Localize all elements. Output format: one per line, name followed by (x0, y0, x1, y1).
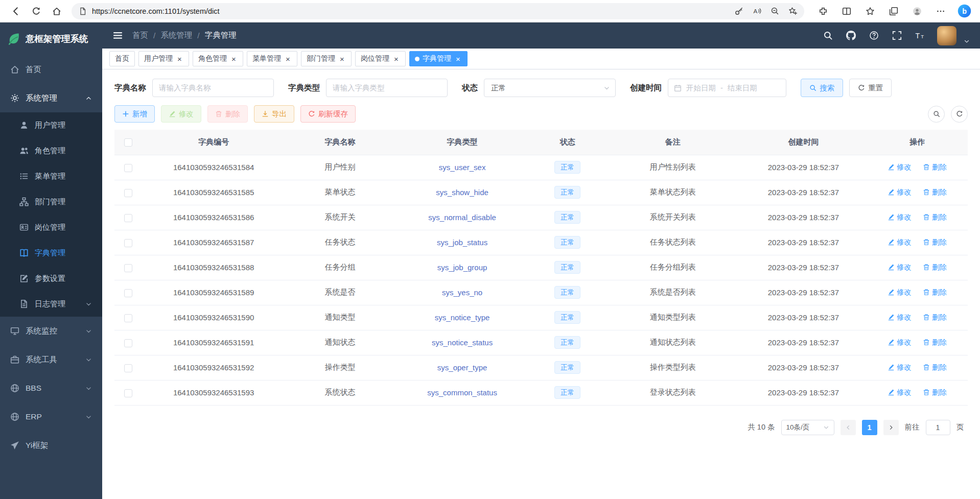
fullscreen-icon[interactable] (892, 31, 902, 40)
close-icon[interactable]: × (392, 55, 400, 63)
delete-row-link[interactable]: 删除 (923, 187, 947, 197)
github-icon[interactable] (846, 31, 856, 40)
tab-menu-mgmt[interactable]: 菜单管理× (247, 51, 297, 66)
dict-name-input[interactable] (152, 79, 274, 97)
tab-dict-mgmt[interactable]: 字典管理× (409, 51, 468, 66)
refresh-button[interactable] (27, 2, 46, 20)
status-select[interactable]: 正常 (484, 79, 616, 97)
delete-row-link[interactable]: 删除 (923, 288, 947, 297)
edit-row-link[interactable]: 修改 (888, 162, 912, 172)
date-range-picker[interactable]: 开始日期 - 结束日期 (668, 79, 786, 97)
tab-post-mgmt[interactable]: 岗位管理× (355, 51, 406, 66)
breadcrumb-item-0[interactable]: 首页 (132, 30, 148, 41)
delete-row-link[interactable]: 删除 (923, 263, 947, 272)
row-checkbox[interactable] (124, 189, 132, 197)
delete-row-link[interactable]: 删除 (923, 237, 947, 247)
font-size-icon[interactable]: TT (915, 31, 925, 40)
sidebar-item-bbs[interactable]: BBS (0, 374, 102, 402)
sidebar-item-role-mgmt[interactable]: 角色管理 (0, 138, 102, 163)
sidebar-item-dept-mgmt[interactable]: 部门管理 (0, 189, 102, 215)
edit-row-link[interactable]: 修改 (888, 212, 912, 222)
delete-button[interactable]: 删除 (207, 105, 248, 123)
edit-row-link[interactable]: 修改 (888, 313, 912, 322)
back-button[interactable] (6, 2, 26, 20)
delete-row-link[interactable]: 删除 (923, 162, 947, 172)
row-checkbox[interactable] (124, 239, 132, 247)
read-aloud-icon[interactable]: A (753, 7, 761, 15)
next-page-button[interactable] (883, 420, 899, 435)
row-checkbox[interactable] (124, 339, 132, 347)
favorites-bar-button[interactable] (860, 2, 880, 20)
toggle-search-button[interactable] (928, 106, 945, 123)
edit-row-link[interactable]: 修改 (888, 338, 912, 347)
dict-type-link[interactable]: sys_notice_type (435, 313, 490, 322)
close-icon[interactable]: × (230, 55, 238, 63)
sidebar-item-param-settings[interactable]: 参数设置 (0, 266, 102, 291)
edit-row-link[interactable]: 修改 (888, 237, 912, 247)
user-avatar[interactable] (937, 26, 956, 45)
extensions-button[interactable] (813, 2, 833, 20)
tab-user-mgmt[interactable]: 用户管理× (138, 51, 189, 66)
dict-type-link[interactable]: sys_job_status (437, 238, 487, 247)
dict-type-link[interactable]: sys_job_group (437, 263, 487, 272)
edit-row-link[interactable]: 修改 (888, 363, 912, 372)
dict-type-link[interactable]: sys_oper_type (437, 363, 487, 372)
sidebar-item-system-tools[interactable]: 系统工具 (0, 345, 102, 374)
edit-row-link[interactable]: 修改 (888, 263, 912, 272)
reset-button[interactable]: 重置 (849, 79, 892, 97)
delete-row-link[interactable]: 删除 (923, 338, 947, 347)
close-icon[interactable]: × (454, 55, 462, 63)
tab-role-mgmt[interactable]: 角色管理× (193, 51, 243, 66)
bing-button[interactable]: b (954, 2, 974, 20)
row-checkbox[interactable] (124, 264, 132, 272)
search-icon[interactable] (823, 31, 833, 40)
sidebar-item-menu-mgmt[interactable]: 菜单管理 (0, 163, 102, 189)
key-icon[interactable] (735, 7, 743, 15)
more-button[interactable] (931, 2, 950, 20)
edit-row-link[interactable]: 修改 (888, 388, 912, 397)
dict-type-link[interactable]: sys_yes_no (442, 288, 482, 297)
sidebar-item-yi-framework[interactable]: Yi框架 (0, 431, 102, 460)
site-info-icon[interactable] (79, 7, 87, 15)
breadcrumb-item-1[interactable]: 系统管理 (160, 30, 192, 41)
sidebar-item-log-mgmt[interactable]: 日志管理 (0, 291, 102, 317)
select-all-checkbox[interactable] (124, 138, 132, 147)
row-checkbox[interactable] (124, 364, 132, 372)
close-icon[interactable]: × (284, 55, 292, 63)
favorite-add-icon[interactable] (788, 7, 797, 15)
delete-row-link[interactable]: 删除 (923, 388, 947, 397)
sidebar-item-post-mgmt[interactable]: 岗位管理 (0, 215, 102, 240)
sidebar-item-home[interactable]: 首页 (0, 55, 102, 84)
row-checkbox[interactable] (124, 289, 132, 297)
profile-button[interactable] (907, 2, 927, 20)
current-page[interactable]: 1 (862, 420, 877, 435)
sidebar-item-user-mgmt[interactable]: 用户管理 (0, 112, 102, 138)
row-checkbox[interactable] (124, 214, 132, 222)
prev-page-button[interactable] (841, 420, 856, 435)
sidebar-item-dict-mgmt[interactable]: 字典管理 (0, 240, 102, 266)
dict-type-link[interactable]: sys_common_status (427, 388, 497, 397)
row-checkbox[interactable] (124, 314, 132, 322)
address-bar[interactable]: https://ccnetcore.com:1101/system/dict A (72, 3, 804, 19)
home-button[interactable] (47, 2, 66, 20)
edit-button[interactable]: 修改 (161, 105, 201, 123)
sidebar-item-system-monitor[interactable]: 系统监控 (0, 317, 102, 345)
collections-button[interactable] (884, 2, 903, 20)
delete-row-link[interactable]: 删除 (923, 313, 947, 322)
hamburger-icon[interactable] (112, 30, 123, 41)
question-icon[interactable] (869, 31, 879, 40)
page-size-select[interactable]: 10条/页 (781, 420, 834, 435)
sidebar-item-system-mgmt[interactable]: 系统管理 (0, 84, 102, 112)
refresh-cache-button[interactable]: 刷新缓存 (300, 105, 356, 123)
dict-type-link[interactable]: sys_user_sex (439, 163, 486, 172)
edit-row-link[interactable]: 修改 (888, 288, 912, 297)
chevron-down-icon[interactable] (964, 38, 970, 44)
tab-home[interactable]: 首页 (109, 51, 135, 66)
close-icon[interactable]: × (176, 55, 183, 63)
row-checkbox[interactable] (124, 164, 132, 172)
zoom-out-icon[interactable] (771, 7, 779, 15)
dict-type-link[interactable]: sys_show_hide (436, 188, 488, 197)
dict-type-link[interactable]: sys_normal_disable (428, 213, 496, 222)
split-screen-button[interactable] (837, 2, 856, 20)
app-logo[interactable]: 意框架管理系统 (0, 22, 102, 55)
